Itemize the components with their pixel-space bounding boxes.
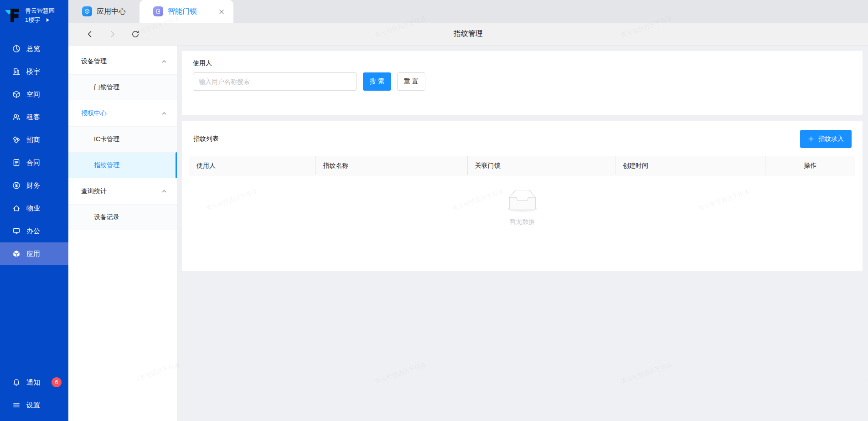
menu-group-device-management[interactable]: 设备管理	[68, 48, 177, 74]
sidebar-item-label: 总览	[26, 45, 40, 53]
menu-group-label: 设备管理	[81, 57, 107, 66]
brand-name: 青云智慧园	[25, 8, 55, 14]
menu-item-fingerprint-management[interactable]: 指纹管理	[68, 152, 177, 178]
close-tab-icon[interactable]	[219, 8, 225, 15]
column-header-linked-lock: 关联门锁	[468, 156, 615, 175]
column-header-fingerprint-name: 指纹名称	[316, 156, 468, 175]
sidebar-item-settings[interactable]: 设置	[0, 394, 68, 416]
tab-smart-lock[interactable]: 智能门锁	[140, 0, 233, 23]
search-field-label: 使用人	[193, 59, 852, 67]
menu-item-label: 门锁管理	[94, 83, 119, 92]
pie-chart-icon	[12, 45, 21, 53]
empty-text: 暂无数据	[510, 218, 535, 226]
back-icon[interactable]	[86, 30, 94, 38]
menu-item-device-records[interactable]: 设备记录	[68, 204, 177, 230]
search-card: 使用人 搜 索 重 置	[182, 51, 863, 115]
sidebar-item-notifications[interactable]: 通知 6	[0, 371, 68, 394]
sidebar-item-contract[interactable]: 合同	[0, 151, 68, 174]
search-button[interactable]: 搜 索	[363, 72, 391, 91]
sidebar-bottom: 通知 6 设置	[0, 371, 68, 421]
cube-icon	[12, 90, 21, 98]
notification-badge: 6	[52, 377, 62, 387]
brand-building: 1楼宇	[25, 17, 40, 23]
sidebar-item-building[interactable]: 楼宇	[0, 60, 68, 83]
column-header-created-time: 创建时间	[615, 156, 765, 175]
tab-label: 应用中心	[97, 7, 126, 16]
primary-nav: 总览 楼宇 空间 租客 招商 合同	[0, 30, 68, 371]
brand-logo-icon	[5, 8, 22, 23]
menu-group-query-statistics[interactable]: 查询统计	[68, 178, 177, 204]
menu-group-authorization-center[interactable]: 授权中心	[68, 100, 177, 126]
building-icon	[12, 67, 21, 76]
tenants-icon	[12, 113, 21, 121]
search-input[interactable]	[193, 72, 357, 91]
yuan-coin-icon	[12, 181, 21, 190]
sidebar-item-space[interactable]: 空间	[0, 83, 68, 106]
sidebar-item-property[interactable]: 物业	[0, 197, 68, 220]
sidebar-item-label: 通知	[26, 378, 40, 387]
sidebar-item-finance[interactable]: 财务	[0, 174, 68, 197]
sidebar-item-office[interactable]: 办公	[0, 220, 68, 242]
tab-label: 智能门锁	[168, 7, 197, 16]
sidebar-item-label: 设置	[26, 401, 40, 410]
page-title: 指纹管理	[454, 29, 483, 39]
sidebar-item-investment[interactable]: 招商	[0, 128, 68, 151]
chevron-up-icon	[161, 189, 167, 194]
smart-lock-icon	[153, 6, 163, 16]
sidebar-item-apps[interactable]: 应用	[0, 242, 68, 265]
sidebar-item-label: 物业	[26, 204, 40, 213]
menu-item-label: 指纹管理	[94, 161, 119, 169]
brand-expand-icon[interactable]	[46, 18, 49, 22]
sidebar-item-label: 招商	[26, 136, 40, 144]
home-icon	[12, 204, 21, 212]
empty-box-icon	[504, 190, 541, 213]
chevron-up-icon	[161, 111, 167, 116]
sidebar-item-label: 租客	[26, 113, 40, 122]
empty-state: 暂无数据	[189, 175, 855, 226]
menu-item-label: 设备记录	[94, 213, 119, 221]
bell-icon	[12, 378, 21, 386]
forward-icon[interactable]	[108, 30, 117, 38]
brand[interactable]: 青云智慧园 1楼宇	[0, 0, 68, 30]
fingerprint-list-card: 指纹列表 指纹录入 使用人 指纹名称 关联门锁 创建时间 操作	[182, 121, 863, 271]
app-center-icon	[82, 6, 92, 16]
tab-app-center[interactable]: 应用中心	[68, 0, 140, 23]
sidebar-item-label: 财务	[26, 181, 40, 190]
menu-item-ic-card-management[interactable]: IC卡管理	[68, 126, 177, 152]
sidebar-item-tenants[interactable]: 租客	[0, 106, 68, 128]
plus-icon	[808, 136, 814, 142]
add-fingerprint-button[interactable]: 指纹录入	[800, 130, 852, 148]
menu-item-door-lock-management[interactable]: 门锁管理	[68, 74, 177, 100]
sidebar-item-label: 办公	[26, 227, 40, 236]
refresh-icon[interactable]	[131, 30, 140, 38]
add-fingerprint-label: 指纹录入	[818, 135, 844, 143]
sidebar-item-label: 应用	[26, 250, 40, 258]
list-title: 指纹列表	[193, 135, 219, 143]
reset-button[interactable]: 重 置	[397, 72, 425, 91]
app-window: 青云智慧园 1楼宇 总览 楼宇 空间 租客	[0, 0, 868, 421]
sidebar-item-label: 合同	[26, 159, 40, 167]
column-header-actions: 操作	[765, 156, 855, 175]
document-icon	[12, 159, 21, 167]
menu-group-label: 授权中心	[81, 109, 107, 118]
tab-strip: 应用中心 智能门锁	[68, 0, 868, 23]
column-header-user: 使用人	[189, 156, 316, 175]
menu-lines-icon	[12, 401, 21, 409]
main-panel: 使用人 搜 索 重 置 指纹列表 指纹录入	[177, 46, 868, 421]
sidebar-item-label: 楼宇	[26, 67, 40, 76]
secondary-sidebar: 设备管理 门锁管理 授权中心 IC卡管理 指纹管理 查询统计	[68, 46, 177, 421]
primary-sidebar: 青云智慧园 1楼宇 总览 楼宇 空间 租客	[0, 0, 68, 421]
sidebar-item-label: 空间	[26, 90, 40, 99]
menu-group-label: 查询统计	[81, 187, 107, 195]
chevron-up-icon	[161, 59, 167, 64]
menu-item-label: IC卡管理	[94, 135, 119, 144]
sidebar-item-overview[interactable]: 总览	[0, 37, 68, 60]
monitor-icon	[12, 227, 21, 235]
navigation-bar: 指纹管理	[68, 23, 868, 46]
tags-icon	[12, 136, 21, 144]
table-header-row: 使用人 指纹名称 关联门锁 创建时间 操作	[189, 156, 855, 175]
app-cube-icon	[12, 250, 21, 258]
fingerprint-table: 使用人 指纹名称 关联门锁 创建时间 操作	[189, 156, 855, 226]
